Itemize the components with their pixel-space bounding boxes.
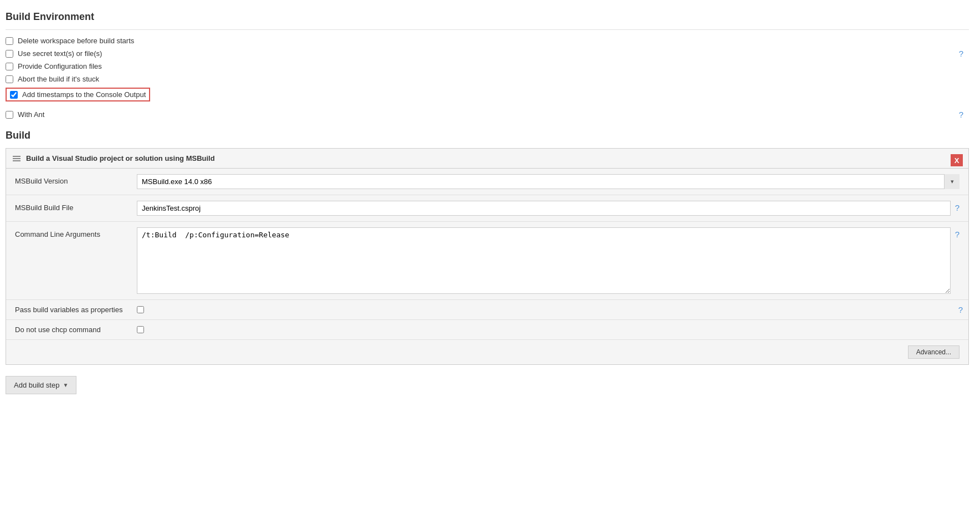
build-section: Build Build a Visual Studio project or s… bbox=[6, 130, 969, 365]
checkbox-label-secret-text: Use secret text(s) or file(s) bbox=[18, 49, 102, 58]
msbuild-file-input[interactable] bbox=[137, 201, 951, 216]
no-chcp-label: Do not use chcp command bbox=[15, 325, 137, 334]
checkbox-no-chcp[interactable] bbox=[137, 326, 144, 333]
timestamps-highlight-box: Add timestamps to the Console Output bbox=[6, 88, 150, 101]
checkbox-label-abort-build: Abort the build if it's stuck bbox=[18, 75, 99, 83]
page-container: Build Environment Delete workspace befor… bbox=[0, 0, 980, 405]
card-checkbox-row-no-chcp: Do not use chcp command bbox=[6, 320, 968, 340]
checkbox-pass-vars[interactable] bbox=[137, 306, 144, 313]
pass-vars-label: Pass build variables as properties bbox=[15, 306, 137, 314]
checkbox-row-provide-config: Provide Configuration files bbox=[6, 62, 969, 70]
drag-line-1 bbox=[13, 156, 20, 157]
checkbox-label-delete-workspace: Delete workspace before build starts bbox=[18, 37, 134, 45]
help-icon-msbuild-file[interactable]: ? bbox=[955, 201, 960, 212]
checkbox-row-abort-build: Abort the build if it's stuck bbox=[6, 75, 969, 83]
msbuild-version-label: MSBuild Version bbox=[15, 174, 137, 185]
checkbox-label-with-ant: With Ant bbox=[18, 110, 44, 119]
checkbox-delete-workspace[interactable] bbox=[6, 37, 13, 45]
checkbox-provide-config[interactable] bbox=[6, 63, 13, 70]
build-environment-heading: Build Environment bbox=[6, 11, 969, 23]
drag-line-2 bbox=[13, 158, 20, 159]
command-args-wrap: /t:Build /p:Configuration=Release ? bbox=[137, 227, 960, 294]
checkbox-timestamps[interactable] bbox=[10, 91, 18, 99]
form-row-msbuild-version: MSBuild Version MSBuild.exe 14.0 x86 MSB… bbox=[6, 169, 968, 195]
card-checkbox-row-pass-vars: Pass build variables as properties ? bbox=[6, 300, 968, 320]
build-card-header: Build a Visual Studio project or solutio… bbox=[6, 149, 968, 169]
add-build-step-wrap: Add build step ▼ bbox=[6, 376, 969, 394]
pass-vars-wrap bbox=[137, 306, 144, 313]
build-card-title: Build a Visual Studio project or solutio… bbox=[26, 154, 215, 162]
msbuild-version-select[interactable]: MSBuild.exe 14.0 x86 MSBuild.exe 12.0 x8… bbox=[137, 174, 960, 189]
checkbox-row-with-ant: With Ant ? bbox=[6, 110, 969, 119]
checkbox-label-provide-config: Provide Configuration files bbox=[18, 62, 102, 70]
msbuild-file-label: MSBuild Build File bbox=[15, 201, 137, 212]
add-build-step-dropdown-arrow: ▼ bbox=[63, 382, 68, 388]
drag-line-3 bbox=[13, 160, 20, 161]
checkbox-secret-text[interactable] bbox=[6, 50, 13, 58]
drag-handle[interactable] bbox=[13, 156, 20, 161]
add-build-step-button[interactable]: Add build step ▼ bbox=[6, 376, 76, 394]
msbuild-version-wrap: MSBuild.exe 14.0 x86 MSBuild.exe 12.0 x8… bbox=[137, 174, 960, 189]
add-build-step-label: Add build step bbox=[14, 381, 59, 389]
build-card: Build a Visual Studio project or solutio… bbox=[6, 148, 969, 365]
help-icon-secret-text[interactable]: ? bbox=[959, 49, 963, 58]
advanced-row: Advanced... bbox=[6, 340, 968, 364]
form-row-msbuild-file: MSBuild Build File ? bbox=[6, 195, 968, 222]
msbuild-file-wrap: ? bbox=[137, 201, 960, 216]
checkbox-label-timestamps: Add timestamps to the Console Output bbox=[22, 90, 146, 99]
form-row-command-args: Command Line Arguments /t:Build /p:Confi… bbox=[6, 222, 968, 300]
help-icon-with-ant[interactable]: ? bbox=[959, 110, 963, 119]
checkbox-abort-build[interactable] bbox=[6, 75, 13, 83]
checkbox-with-ant[interactable] bbox=[6, 111, 13, 119]
help-icon-pass-vars[interactable]: ? bbox=[958, 305, 963, 314]
checkbox-row-timestamps: Add timestamps to the Console Output bbox=[6, 88, 969, 106]
divider-1 bbox=[6, 29, 969, 30]
build-heading: Build bbox=[6, 130, 969, 141]
delete-build-step-button[interactable]: X bbox=[951, 154, 963, 166]
help-icon-command-args[interactable]: ? bbox=[955, 227, 960, 239]
command-args-textarea[interactable]: /t:Build /p:Configuration=Release bbox=[137, 227, 951, 294]
msbuild-version-select-wrapper: MSBuild.exe 14.0 x86 MSBuild.exe 12.0 x8… bbox=[137, 174, 960, 189]
command-args-label: Command Line Arguments bbox=[15, 227, 137, 238]
no-chcp-wrap bbox=[137, 326, 144, 333]
checkbox-row-delete-workspace: Delete workspace before build starts bbox=[6, 37, 969, 45]
advanced-button[interactable]: Advanced... bbox=[908, 345, 960, 359]
build-environment-section: Build Environment Delete workspace befor… bbox=[6, 11, 969, 119]
checkbox-row-secret-text: Use secret text(s) or file(s) ? bbox=[6, 49, 969, 58]
